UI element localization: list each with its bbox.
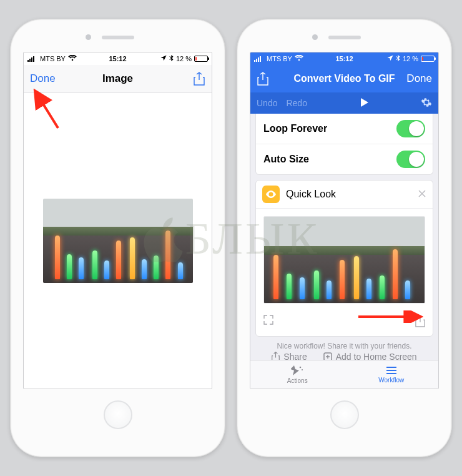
signal-icon [27, 56, 37, 62]
home-button[interactable] [330, 400, 359, 429]
location-icon [160, 55, 167, 62]
battery-icon [194, 56, 208, 62]
play-button[interactable] [316, 97, 412, 109]
screen-left: MTS BY 15:12 12 % [23, 52, 212, 389]
wifi-icon [68, 55, 77, 62]
navbar-workflow: Convert Video To GIF Done [250, 65, 438, 92]
svg-rect-5 [254, 60, 255, 62]
svg-rect-2 [31, 57, 32, 62]
setting-loop: Loop Forever [256, 114, 433, 144]
share-icon[interactable] [193, 72, 205, 85]
status-bar: MTS BY 15:12 12 % [250, 52, 438, 65]
share-icon[interactable] [257, 72, 269, 85]
preview-image [43, 199, 193, 283]
svg-rect-3 [33, 56, 34, 62]
done-button[interactable]: Done [406, 72, 432, 85]
share-preview-icon[interactable] [415, 315, 425, 330]
svg-point-11 [302, 369, 303, 370]
image-viewer[interactable] [24, 92, 212, 389]
share-button[interactable]: Share [272, 352, 307, 360]
setting-label: Auto Size [263, 154, 309, 165]
bluetooth-icon [396, 55, 400, 63]
gear-icon[interactable] [421, 97, 432, 110]
toggle-loop[interactable] [396, 120, 425, 137]
toggle-autosize[interactable] [396, 151, 425, 168]
front-camera [312, 34, 318, 40]
svg-point-10 [300, 367, 302, 369]
close-icon[interactable] [418, 188, 426, 201]
tab-bar: Actions Workflow [250, 360, 438, 389]
quick-look-image[interactable] [263, 216, 425, 304]
share-label: Share [283, 352, 307, 360]
done-button[interactable]: Done [30, 72, 56, 85]
signal-icon [254, 56, 264, 62]
svg-rect-8 [260, 56, 261, 62]
carrier-label: MTS BY [40, 55, 66, 62]
quick-look-title: Quick Look [286, 189, 411, 200]
redo-button[interactable]: Redo [286, 98, 307, 108]
screen-right: MTS BY 15:12 12 % [250, 52, 439, 389]
tab-workflow[interactable]: Workflow [345, 360, 439, 389]
location-icon [387, 55, 393, 62]
share-hint: Nice workflow! Share it with your friend… [250, 342, 438, 350]
navbar-image: Done Image [24, 65, 212, 92]
svg-rect-0 [27, 60, 29, 62]
tab-label: Workflow [378, 377, 404, 384]
carrier-label: MTS BY [267, 55, 292, 62]
svg-rect-7 [258, 57, 259, 62]
battery-label: 12 % [403, 55, 418, 62]
setting-label: Loop Forever [263, 123, 327, 134]
earpiece-speaker [328, 36, 361, 39]
wifi-icon [295, 55, 303, 62]
clock-label: 15:12 [335, 55, 353, 62]
nav-title: Image [64, 72, 172, 85]
setting-autosize: Auto Size [256, 144, 433, 174]
expand-icon[interactable] [263, 315, 273, 330]
svg-rect-14 [386, 373, 396, 374]
workflow-body: Loop Forever Auto Size Quick Look [250, 114, 438, 360]
iphone-left: MTS BY 15:12 12 % [10, 19, 225, 457]
tab-label: Actions [287, 377, 308, 384]
undo-button[interactable]: Undo [257, 98, 277, 108]
earpiece-speaker [102, 36, 134, 39]
quick-look-card: Quick Look [255, 180, 433, 337]
svg-rect-6 [256, 59, 257, 62]
home-button[interactable] [104, 400, 132, 429]
battery-label: 12 % [176, 55, 192, 62]
svg-rect-1 [29, 59, 31, 62]
iphone-right: MTS BY 15:12 12 % [237, 19, 452, 457]
nav-title: Convert Video To GIF [290, 73, 398, 84]
svg-rect-12 [386, 367, 396, 368]
eye-icon [262, 186, 280, 203]
share-row: Share Add to Home Screen [250, 352, 438, 360]
workflow-toolbar: Undo Redo [250, 92, 438, 114]
tab-actions[interactable]: Actions [250, 360, 345, 389]
status-bar: MTS BY 15:12 12 % [24, 52, 212, 65]
battery-icon [421, 56, 435, 62]
clock-label: 15:12 [109, 55, 126, 62]
add-home-button[interactable]: Add to Home Screen [323, 352, 417, 360]
svg-rect-13 [386, 370, 396, 371]
add-home-label: Add to Home Screen [336, 352, 417, 360]
bluetooth-icon [169, 55, 174, 63]
front-camera [86, 34, 91, 40]
